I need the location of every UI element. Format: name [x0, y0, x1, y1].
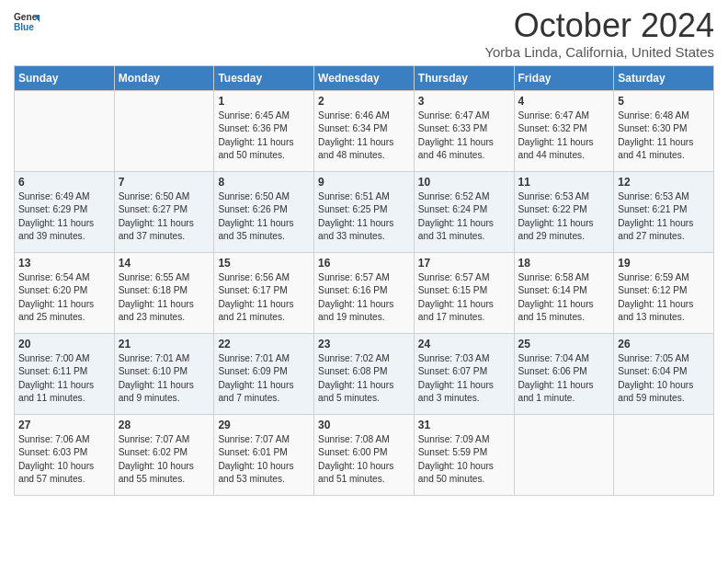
- day-number: 15: [218, 257, 310, 270]
- calendar-cell: 25Sunrise: 7:04 AM Sunset: 6:06 PM Dayli…: [514, 334, 614, 415]
- day-number: 21: [119, 338, 210, 350]
- day-content: Sunrise: 6:52 AM Sunset: 6:24 PM Dayligh…: [418, 190, 510, 243]
- day-number: 4: [518, 95, 610, 108]
- calendar-table: SundayMondayTuesdayWednesdayThursdayFrid…: [14, 65, 714, 496]
- calendar-cell: 13Sunrise: 6:54 AM Sunset: 6:20 PM Dayli…: [15, 253, 115, 334]
- day-header-wednesday: Wednesday: [314, 66, 415, 91]
- day-number: 17: [418, 257, 510, 270]
- calendar-cell: 22Sunrise: 7:01 AM Sunset: 6:09 PM Dayli…: [214, 334, 314, 415]
- calendar-cell: 27Sunrise: 7:06 AM Sunset: 6:03 PM Dayli…: [15, 415, 115, 496]
- day-number: 24: [418, 338, 510, 350]
- day-number: 12: [618, 176, 710, 189]
- day-number: 16: [318, 257, 410, 270]
- calendar-cell: 6Sunrise: 6:49 AM Sunset: 6:29 PM Daylig…: [15, 172, 115, 253]
- day-number: 6: [18, 176, 110, 189]
- day-content: Sunrise: 7:05 AM Sunset: 6:04 PM Dayligh…: [618, 352, 710, 405]
- calendar-cell: [614, 415, 714, 496]
- day-number: 29: [218, 419, 310, 431]
- day-number: 30: [318, 419, 410, 431]
- week-row-5: 27Sunrise: 7:06 AM Sunset: 6:03 PM Dayli…: [15, 415, 714, 496]
- day-content: Sunrise: 6:46 AM Sunset: 6:34 PM Dayligh…: [318, 109, 410, 162]
- day-header-tuesday: Tuesday: [214, 66, 314, 91]
- day-content: Sunrise: 6:56 AM Sunset: 6:17 PM Dayligh…: [218, 271, 310, 324]
- day-number: 27: [18, 419, 110, 431]
- day-content: Sunrise: 7:04 AM Sunset: 6:06 PM Dayligh…: [518, 352, 610, 405]
- day-content: Sunrise: 6:47 AM Sunset: 6:33 PM Dayligh…: [418, 109, 510, 162]
- location: Yorba Linda, California, United States: [484, 44, 714, 60]
- logo: General Blue: [14, 9, 40, 35]
- day-content: Sunrise: 6:49 AM Sunset: 6:29 PM Dayligh…: [18, 190, 110, 243]
- day-number: 10: [418, 176, 510, 189]
- calendar-cell: 11Sunrise: 6:53 AM Sunset: 6:22 PM Dayli…: [514, 172, 614, 253]
- day-content: Sunrise: 7:06 AM Sunset: 6:03 PM Dayligh…: [18, 433, 110, 486]
- day-content: Sunrise: 7:03 AM Sunset: 6:07 PM Dayligh…: [418, 352, 510, 405]
- day-content: Sunrise: 6:59 AM Sunset: 6:12 PM Dayligh…: [618, 271, 710, 324]
- day-header-saturday: Saturday: [614, 66, 714, 91]
- calendar-cell: 17Sunrise: 6:57 AM Sunset: 6:15 PM Dayli…: [414, 253, 514, 334]
- day-content: Sunrise: 7:07 AM Sunset: 6:02 PM Dayligh…: [119, 433, 210, 486]
- calendar-cell: 19Sunrise: 6:59 AM Sunset: 6:12 PM Dayli…: [614, 253, 714, 334]
- calendar-cell: 29Sunrise: 7:07 AM Sunset: 6:01 PM Dayli…: [214, 415, 314, 496]
- calendar-cell: 1Sunrise: 6:45 AM Sunset: 6:36 PM Daylig…: [214, 91, 314, 172]
- day-content: Sunrise: 6:58 AM Sunset: 6:14 PM Dayligh…: [518, 271, 610, 324]
- calendar-cell: 23Sunrise: 7:02 AM Sunset: 6:08 PM Dayli…: [314, 334, 415, 415]
- day-number: 26: [618, 338, 710, 350]
- day-content: Sunrise: 6:51 AM Sunset: 6:25 PM Dayligh…: [318, 190, 410, 243]
- calendar-cell: 12Sunrise: 6:53 AM Sunset: 6:21 PM Dayli…: [614, 172, 714, 253]
- day-content: Sunrise: 6:45 AM Sunset: 6:36 PM Dayligh…: [218, 109, 310, 162]
- calendar-cell: 2Sunrise: 6:46 AM Sunset: 6:34 PM Daylig…: [314, 91, 415, 172]
- calendar-cell: 3Sunrise: 6:47 AM Sunset: 6:33 PM Daylig…: [414, 91, 514, 172]
- month-title: October 2024: [484, 9, 714, 42]
- day-number: 2: [318, 95, 410, 108]
- calendar-cell: 24Sunrise: 7:03 AM Sunset: 6:07 PM Dayli…: [414, 334, 514, 415]
- day-number: 25: [518, 338, 610, 350]
- calendar-cell: 26Sunrise: 7:05 AM Sunset: 6:04 PM Dayli…: [614, 334, 714, 415]
- day-content: Sunrise: 6:50 AM Sunset: 6:26 PM Dayligh…: [218, 190, 310, 243]
- day-number: 8: [218, 176, 310, 189]
- day-header-sunday: Sunday: [15, 66, 115, 91]
- day-content: Sunrise: 6:53 AM Sunset: 6:21 PM Dayligh…: [618, 190, 710, 243]
- title-block: October 2024 Yorba Linda, California, Un…: [484, 9, 714, 60]
- day-content: Sunrise: 6:53 AM Sunset: 6:22 PM Dayligh…: [518, 190, 610, 243]
- day-number: 18: [518, 257, 610, 270]
- calendar-cell: 7Sunrise: 6:50 AM Sunset: 6:27 PM Daylig…: [114, 172, 214, 253]
- calendar-cell: [114, 91, 214, 172]
- calendar-cell: 20Sunrise: 7:00 AM Sunset: 6:11 PM Dayli…: [15, 334, 115, 415]
- day-number: 9: [318, 176, 410, 189]
- day-number: 1: [218, 95, 310, 108]
- calendar-cell: 15Sunrise: 6:56 AM Sunset: 6:17 PM Dayli…: [214, 253, 314, 334]
- svg-text:Blue: Blue: [14, 22, 34, 32]
- calendar-cell: 5Sunrise: 6:48 AM Sunset: 6:30 PM Daylig…: [614, 91, 714, 172]
- day-content: Sunrise: 7:01 AM Sunset: 6:09 PM Dayligh…: [218, 352, 310, 405]
- calendar-cell: 28Sunrise: 7:07 AM Sunset: 6:02 PM Dayli…: [114, 415, 214, 496]
- week-row-4: 20Sunrise: 7:00 AM Sunset: 6:11 PM Dayli…: [15, 334, 714, 415]
- day-content: Sunrise: 6:57 AM Sunset: 6:16 PM Dayligh…: [318, 271, 410, 324]
- day-number: 3: [418, 95, 510, 108]
- day-content: Sunrise: 6:47 AM Sunset: 6:32 PM Dayligh…: [518, 109, 610, 162]
- day-content: Sunrise: 7:01 AM Sunset: 6:10 PM Dayligh…: [119, 352, 210, 405]
- week-row-1: 1Sunrise: 6:45 AM Sunset: 6:36 PM Daylig…: [15, 91, 714, 172]
- calendar-cell: 18Sunrise: 6:58 AM Sunset: 6:14 PM Dayli…: [514, 253, 614, 334]
- calendar-cell: 30Sunrise: 7:08 AM Sunset: 6:00 PM Dayli…: [314, 415, 415, 496]
- day-content: Sunrise: 7:08 AM Sunset: 6:00 PM Dayligh…: [318, 433, 410, 486]
- day-content: Sunrise: 6:54 AM Sunset: 6:20 PM Dayligh…: [18, 271, 110, 324]
- day-number: 14: [119, 257, 210, 270]
- day-number: 13: [18, 257, 110, 270]
- calendar-cell: 14Sunrise: 6:55 AM Sunset: 6:18 PM Dayli…: [114, 253, 214, 334]
- day-header-friday: Friday: [514, 66, 614, 91]
- calendar-cell: [15, 91, 115, 172]
- calendar-cell: 31Sunrise: 7:09 AM Sunset: 5:59 PM Dayli…: [414, 415, 514, 496]
- calendar-cell: 10Sunrise: 6:52 AM Sunset: 6:24 PM Dayli…: [414, 172, 514, 253]
- day-content: Sunrise: 7:09 AM Sunset: 5:59 PM Dayligh…: [418, 433, 510, 486]
- day-number: 31: [418, 419, 510, 431]
- day-content: Sunrise: 6:57 AM Sunset: 6:15 PM Dayligh…: [418, 271, 510, 324]
- day-content: Sunrise: 6:50 AM Sunset: 6:27 PM Dayligh…: [119, 190, 210, 243]
- day-number: 22: [218, 338, 310, 350]
- week-row-2: 6Sunrise: 6:49 AM Sunset: 6:29 PM Daylig…: [15, 172, 714, 253]
- day-number: 19: [618, 257, 710, 270]
- day-number: 23: [318, 338, 410, 350]
- page-header: General Blue October 2024 Yorba Linda, C…: [14, 9, 714, 60]
- day-content: Sunrise: 7:00 AM Sunset: 6:11 PM Dayligh…: [18, 352, 110, 405]
- day-content: Sunrise: 7:07 AM Sunset: 6:01 PM Dayligh…: [218, 433, 310, 486]
- day-number: 7: [119, 176, 210, 189]
